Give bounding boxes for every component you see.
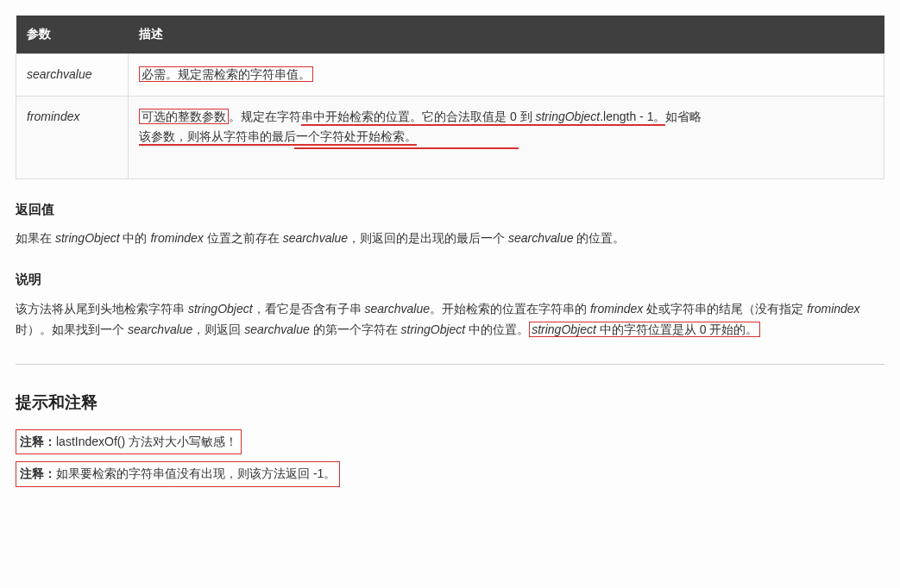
text: ，则返回的是出现的最后一个 — [348, 231, 508, 245]
param-name: fromindex — [16, 96, 129, 178]
text: 的第一个字符在 — [310, 322, 401, 336]
param-name: searchvalue — [16, 53, 129, 96]
return-heading: 返回值 — [16, 198, 884, 221]
th-desc: 描述 — [129, 16, 884, 53]
text: 处或字符串的结尾（没有指定 — [643, 302, 807, 316]
highlight-bar — [294, 147, 519, 149]
note-label: 注释： — [20, 435, 56, 448]
param-desc: 必需。规定需检索的字符串值。 — [129, 53, 884, 96]
text: 的位置。 — [574, 231, 626, 245]
section-divider — [16, 364, 884, 365]
text: ，看它是否含有子串 — [253, 302, 365, 316]
text: 中的 — [120, 231, 151, 245]
note-text: lastIndexOf() 方法对大小写敏感！ — [56, 435, 237, 448]
highlight-box: stringObject 中的字符位置是从 0 开始的。 — [529, 322, 760, 337]
text: 。规定在字符 — [229, 109, 301, 123]
table-row: fromindex 可选的整数参数。规定在字符串中开始检索的位置。它的合法取值是… — [16, 96, 884, 178]
code-ital: stringObject — [532, 322, 596, 336]
code-ital: fromindex — [590, 302, 643, 316]
explain-paragraph: 该方法将从尾到头地检索字符串 stringObject，看它是否含有子串 sea… — [16, 299, 884, 341]
code-ital: fromindex — [807, 302, 859, 316]
note-label: 注释： — [20, 466, 56, 480]
highlight-box: 必需。规定需检索的字符串值。 — [139, 66, 313, 82]
note-row: 注释：lastIndexOf() 方法对大小写敏感！ — [16, 429, 884, 455]
code-ital: searchvalue — [508, 231, 574, 245]
table-row: searchvalue 必需。规定需检索的字符串值。 — [16, 53, 884, 96]
text: ，则返回 — [192, 322, 244, 336]
highlight-box: 可选的整数参数 — [139, 109, 229, 124]
text: 该方法将从尾到头地检索字符串 — [16, 302, 188, 316]
text: 。开始检索的位置在字符串的 — [430, 302, 590, 316]
th-param: 参数 — [16, 16, 129, 53]
text: 中的位置。 — [465, 322, 529, 336]
code-ital: searchvalue — [244, 322, 310, 336]
return-paragraph: 如果在 stringObject 中的 fromindex 位置之前存在 sea… — [16, 228, 884, 249]
code-ital: searchvalue — [283, 231, 349, 245]
code-ital: stringObject — [55, 231, 120, 245]
code-ital: searchvalue — [364, 302, 430, 316]
code-ital: stringObject — [188, 302, 253, 316]
param-desc: 可选的整数参数。规定在字符串中开始检索的位置。它的合法取值是 0 到 strin… — [129, 96, 884, 178]
highlight-box: 注释：lastIndexOf() 方法对大小写敏感！ — [16, 429, 242, 455]
text: 如省略 — [665, 109, 702, 123]
highlight-underline: 串中开始检索的位置。它的合法取值是 0 到 — [301, 109, 535, 126]
highlight-box: 注释：如果要检索的字符串值没有出现，则该方法返回 -1。 — [16, 461, 340, 487]
text: 如果在 — [16, 231, 55, 245]
note-row: 注释：如果要检索的字符串值没有出现，则该方法返回 -1。 — [16, 461, 884, 487]
code-ital: fromindex — [150, 231, 203, 245]
note-text: 如果要检索的字符串值没有出现，则该方法返回 -1。 — [56, 466, 336, 480]
text: 中的字符位置是从 0 开始的。 — [596, 322, 758, 336]
explain-heading: 说明 — [16, 268, 884, 291]
highlight-underline: 该参数，则将从字符串的最后一个字符处开始检索。 — [139, 129, 417, 146]
params-table: 参数 描述 searchvalue 必需。规定需检索的字符串值。 fromind… — [16, 16, 884, 179]
code-ital: searchvalue — [128, 322, 193, 336]
text: 位置之前存在 — [204, 231, 283, 245]
tips-heading: 提示和注释 — [16, 389, 884, 416]
code-ital: stringObject — [535, 109, 600, 126]
text: 时）。如果找到一个 — [16, 322, 128, 336]
highlight-underline: .length - 1。 — [600, 109, 665, 126]
code-ital: stringObject — [401, 322, 466, 336]
